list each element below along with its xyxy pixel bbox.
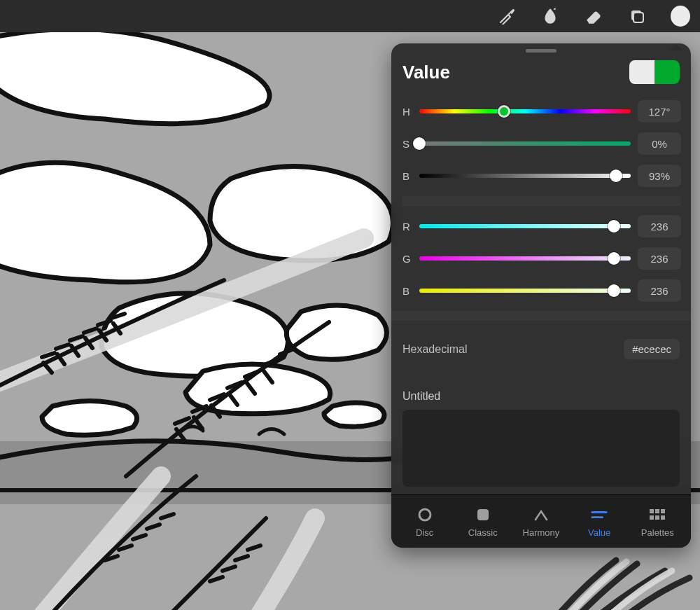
- svg-rect-9: [655, 509, 659, 513]
- hue-slider-row: H 127°: [402, 95, 681, 127]
- sat-label: S: [402, 138, 412, 150]
- eraser-icon[interactable]: [584, 6, 603, 26]
- brush-icon[interactable]: [497, 6, 517, 26]
- classic-icon: [475, 506, 491, 523]
- green-slider-row: G 236: [402, 242, 681, 275]
- color-mode-tabs: Disc Classic Harmony Value Palettes: [391, 494, 691, 548]
- green-value[interactable]: 236: [638, 247, 681, 270]
- smudge-icon[interactable]: [540, 6, 560, 26]
- sat-slider[interactable]: [419, 141, 631, 146]
- hex-value[interactable]: #ececec: [624, 339, 680, 359]
- hue-label: H: [402, 106, 412, 118]
- svg-rect-12: [655, 515, 659, 520]
- current-color-dot[interactable]: [671, 6, 690, 27]
- blue-label: B: [402, 285, 412, 297]
- hue-slider[interactable]: [419, 109, 631, 113]
- svg-rect-13: [661, 515, 665, 520]
- harmony-icon: [533, 506, 550, 523]
- tab-disc[interactable]: Disc: [398, 506, 451, 538]
- blue-value[interactable]: 236: [638, 279, 681, 302]
- blue-slider-row: B 236: [402, 275, 681, 307]
- bri-value[interactable]: 93%: [638, 165, 681, 187]
- sat-slider-row: S 0%: [402, 127, 681, 160]
- svg-rect-8: [650, 509, 654, 513]
- color-icon[interactable]: [671, 6, 690, 26]
- palette-name[interactable]: Untitled: [402, 373, 680, 410]
- top-toolbar: [0, 0, 700, 32]
- panel-title: Value: [402, 62, 450, 83]
- disc-icon: [416, 506, 433, 523]
- blue-slider[interactable]: [419, 289, 631, 293]
- red-value[interactable]: 236: [638, 215, 681, 237]
- bri-slider-row: B 93%: [402, 160, 681, 192]
- drag-handle[interactable]: [526, 49, 556, 53]
- svg-point-4: [419, 509, 430, 520]
- red-label: R: [402, 221, 412, 233]
- hex-row: Hexadecimal #ececec: [391, 325, 691, 373]
- palette-swatches[interactable]: [402, 410, 680, 487]
- sat-value[interactable]: 0%: [638, 132, 681, 155]
- green-slider[interactable]: [419, 256, 631, 261]
- hex-label: Hexadecimal: [402, 343, 467, 356]
- svg-rect-11: [650, 515, 654, 520]
- red-slider-row: R 236: [402, 210, 681, 242]
- hue-value[interactable]: 127°: [638, 100, 681, 123]
- color-panel: Value H 127° S 0% B 93% R 236 G: [391, 43, 691, 548]
- color-swatch-toggle[interactable]: [629, 60, 680, 84]
- svg-rect-2: [634, 13, 643, 22]
- tab-classic[interactable]: Classic: [456, 506, 510, 538]
- green-label: G: [402, 253, 412, 265]
- value-icon: [591, 506, 608, 523]
- tab-palettes[interactable]: Palettes: [631, 506, 684, 538]
- tab-value[interactable]: Value: [573, 506, 626, 538]
- tab-harmony[interactable]: Harmony: [514, 506, 568, 538]
- svg-rect-10: [661, 509, 665, 513]
- bri-label: B: [402, 170, 412, 182]
- red-slider[interactable]: [419, 224, 631, 228]
- palettes-icon: [649, 506, 666, 523]
- layers-icon[interactable]: [627, 6, 647, 26]
- svg-rect-5: [477, 509, 489, 520]
- bri-slider[interactable]: [419, 174, 631, 178]
